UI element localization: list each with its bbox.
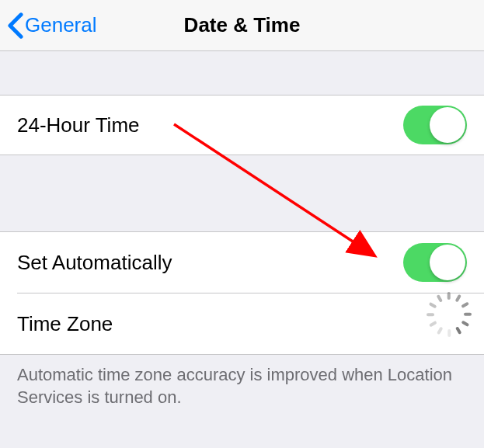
date-time-group: Set Automatically Time Zone	[0, 231, 484, 355]
page-title: Date & Time	[184, 13, 301, 37]
row-label: Set Automatically	[17, 251, 172, 275]
section-spacer	[0, 155, 484, 231]
toggle-set-automatically[interactable]	[403, 243, 467, 282]
toggle-24hour-time[interactable]	[403, 106, 467, 144]
chevron-left-icon	[8, 12, 23, 39]
loading-spinner-icon	[436, 311, 462, 337]
row-label: Time Zone	[17, 312, 113, 336]
back-button[interactable]: General	[0, 12, 97, 39]
toggle-knob	[430, 245, 465, 280]
back-label: General	[25, 13, 97, 37]
nav-bar: General Date & Time	[0, 0, 484, 51]
row-24hour-time[interactable]: 24-Hour Time	[0, 95, 484, 155]
footer-text: Automatic time zone accuracy is improved…	[0, 355, 484, 418]
row-time-zone[interactable]: Time Zone	[0, 293, 484, 354]
section-spacer	[0, 51, 484, 95]
toggle-knob	[430, 107, 465, 143]
row-label: 24-Hour Time	[17, 113, 140, 137]
row-set-automatically[interactable]: Set Automatically	[0, 232, 484, 293]
